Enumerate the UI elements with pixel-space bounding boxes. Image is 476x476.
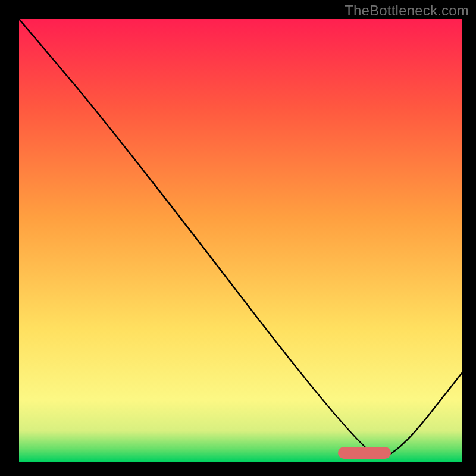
optimal-range-marker: [338, 447, 391, 459]
chart-frame: TheBottleneck.com: [0, 0, 476, 476]
watermark-text: TheBottleneck.com: [345, 2, 469, 19]
chart-svg: [19, 19, 462, 462]
plot-area: [19, 19, 462, 462]
gradient-rect: [19, 19, 462, 462]
